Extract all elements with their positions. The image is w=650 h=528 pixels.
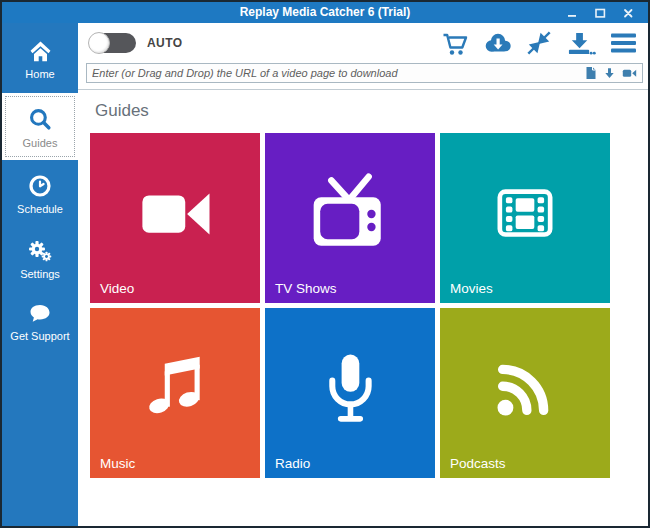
auto-toggle[interactable] bbox=[89, 33, 136, 53]
hamburger-menu-icon bbox=[609, 30, 638, 56]
camcorder-icon bbox=[622, 66, 637, 80]
tile-radio[interactable]: Radio bbox=[265, 308, 435, 478]
tile-label: TV Shows bbox=[275, 281, 337, 296]
microphone-icon bbox=[309, 347, 391, 429]
close-button[interactable] bbox=[614, 2, 642, 23]
shopping-cart-icon bbox=[441, 30, 469, 57]
sidebar-item-get-support[interactable]: Get Support bbox=[2, 295, 78, 348]
sidebar-item-home[interactable]: Home bbox=[2, 32, 78, 86]
url-input[interactable] bbox=[92, 67, 584, 79]
menu-button[interactable] bbox=[609, 30, 638, 56]
shop-button[interactable] bbox=[441, 30, 469, 57]
film-strip-icon bbox=[484, 172, 566, 254]
page-title: Guides bbox=[95, 101, 648, 121]
app-window: Replay Media Catcher 6 (Trial) Home bbox=[0, 0, 650, 528]
guides-page: Guides Video bbox=[78, 90, 648, 526]
tile-podcasts[interactable]: Podcasts bbox=[440, 308, 610, 478]
titlebar: Replay Media Catcher 6 (Trial) bbox=[2, 2, 648, 23]
paste-button[interactable] bbox=[584, 66, 597, 80]
down-arrow-icon bbox=[603, 66, 616, 80]
minimize-button[interactable] bbox=[558, 2, 586, 23]
tile-label: Video bbox=[100, 281, 134, 296]
download-tray-icon bbox=[565, 30, 596, 57]
tile-music[interactable]: Music bbox=[90, 308, 260, 478]
cloud-download-icon bbox=[482, 30, 513, 56]
minimize-icon bbox=[566, 7, 578, 19]
tv-icon bbox=[309, 172, 391, 254]
guides-tile-grid: Video TV Shows bbox=[90, 133, 610, 478]
rss-icon bbox=[484, 347, 566, 429]
shrink-arrows-icon bbox=[526, 30, 552, 56]
auto-label: AUTO bbox=[147, 36, 182, 50]
speech-bubble-icon bbox=[27, 302, 53, 326]
sidebar-item-settings[interactable]: Settings bbox=[2, 230, 78, 286]
paste-icon bbox=[584, 66, 597, 80]
download-url-button[interactable] bbox=[603, 66, 616, 80]
sidebar-item-label: Settings bbox=[20, 268, 60, 280]
gears-icon bbox=[27, 237, 54, 264]
sidebar-item-schedule[interactable]: Schedule bbox=[2, 166, 78, 221]
close-icon bbox=[622, 7, 634, 19]
sidebar-item-guides[interactable]: Guides bbox=[2, 93, 78, 160]
sidebar-item-label: Home bbox=[25, 68, 54, 80]
record-video-button[interactable] bbox=[622, 66, 637, 80]
sidebar: Home Guides Schedule bbox=[2, 23, 78, 526]
tile-label: Radio bbox=[275, 456, 310, 471]
maximize-button[interactable] bbox=[586, 2, 614, 23]
tile-video[interactable]: Video bbox=[90, 133, 260, 303]
tile-tv-shows[interactable]: TV Shows bbox=[265, 133, 435, 303]
compact-view-button[interactable] bbox=[526, 30, 552, 56]
tile-movies[interactable]: Movies bbox=[440, 133, 610, 303]
url-bar-icons bbox=[584, 66, 637, 80]
toggle-knob bbox=[88, 32, 110, 54]
download-button[interactable] bbox=[565, 30, 596, 57]
cloud-download-button[interactable] bbox=[482, 30, 513, 56]
tile-label: Music bbox=[100, 456, 135, 471]
window-title: Replay Media Catcher 6 (Trial) bbox=[2, 2, 648, 23]
tile-label: Movies bbox=[450, 281, 493, 296]
toolbar: AUTO bbox=[78, 23, 648, 63]
toolbar-icons bbox=[441, 30, 638, 57]
window-controls bbox=[558, 2, 642, 23]
url-bar bbox=[86, 63, 643, 83]
home-icon bbox=[27, 39, 54, 64]
main-area: AUTO bbox=[78, 23, 648, 526]
tile-label: Podcasts bbox=[450, 456, 506, 471]
search-icon bbox=[27, 106, 54, 133]
sidebar-item-label: Guides bbox=[23, 137, 58, 149]
maximize-icon bbox=[594, 7, 606, 19]
sidebar-item-label: Schedule bbox=[17, 203, 63, 215]
video-camera-icon bbox=[134, 172, 216, 254]
clock-icon bbox=[27, 173, 53, 199]
music-note-icon bbox=[134, 347, 216, 429]
sidebar-item-label: Get Support bbox=[10, 330, 69, 342]
